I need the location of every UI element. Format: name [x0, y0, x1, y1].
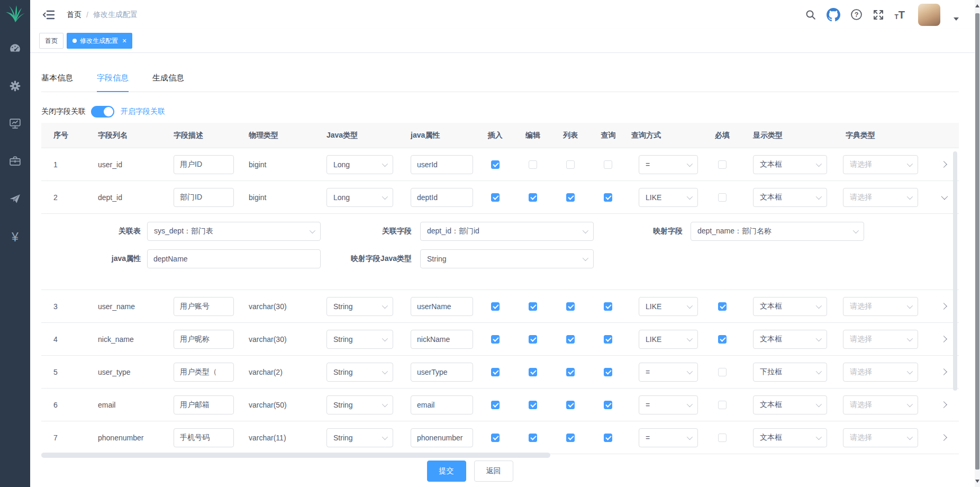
display-type-select-row6[interactable]: 文本框 — [753, 395, 827, 414]
dict-type-select-row2[interactable]: 请选择 — [843, 188, 918, 207]
column-desc-input-row5[interactable] — [174, 363, 234, 382]
edit-checkbox-row3[interactable] — [529, 302, 537, 311]
java-type-select-row1[interactable]: Long — [326, 155, 393, 174]
fullscreen-icon[interactable] — [873, 7, 884, 23]
list-checkbox-row5[interactable] — [566, 368, 575, 376]
display-type-select-row7[interactable]: 文本框 — [753, 428, 827, 447]
scrollbar-down-arrow[interactable] — [975, 480, 979, 483]
java-type-select-row7[interactable]: String — [326, 428, 393, 447]
column-desc-input-row1[interactable] — [174, 155, 234, 174]
java-field-input-row5[interactable] — [411, 363, 473, 382]
table-vertical-scrollbar-thumb[interactable] — [953, 151, 957, 391]
tab-1[interactable]: 基本信息 — [41, 73, 73, 92]
java-type-select-row6[interactable]: String — [326, 395, 393, 414]
row-expand-toggle-row1[interactable] — [940, 161, 947, 168]
sidebar-item-6[interactable]: ¥ — [2, 224, 29, 250]
app-logo[interactable] — [0, 0, 30, 29]
java-type-select-row2[interactable]: Long — [326, 188, 393, 207]
mapped-java-type-select[interactable]: String — [420, 249, 594, 268]
display-type-select-row1[interactable]: 文本框 — [753, 155, 827, 174]
related-field-select[interactable]: dept_id：部门id — [420, 222, 594, 241]
query-type-select-row2[interactable]: LIKE — [639, 188, 698, 207]
java-field-input-row4[interactable] — [411, 330, 473, 349]
mapped-java-field-input[interactable] — [147, 249, 321, 268]
row-expand-toggle-row5[interactable] — [940, 368, 947, 375]
java-type-select-row3[interactable]: String — [326, 297, 393, 316]
query-type-select-row4[interactable]: LIKE — [639, 330, 698, 349]
breadcrumb-home[interactable]: 首页 — [67, 10, 81, 20]
query-type-select-row3[interactable]: LIKE — [639, 297, 698, 316]
font-size-icon[interactable]: TT — [894, 7, 905, 23]
tab-2[interactable]: 字段信息 — [97, 73, 129, 92]
java-type-select-row5[interactable]: String — [326, 363, 393, 382]
query-checkbox-row6[interactable] — [604, 401, 612, 409]
row-expand-toggle-row2[interactable] — [941, 193, 948, 200]
query-type-select-row7[interactable]: = — [639, 428, 698, 447]
column-desc-input-row2[interactable] — [174, 188, 234, 207]
help-icon[interactable]: ? — [850, 7, 863, 23]
insert-checkbox-row6[interactable] — [491, 401, 500, 409]
tab-tag-2[interactable]: 修改生成配置× — [67, 33, 132, 49]
dict-type-select-row1[interactable]: 请选择 — [843, 155, 918, 174]
dict-type-select-row3[interactable]: 请选择 — [843, 297, 918, 316]
insert-checkbox-row1[interactable] — [491, 160, 500, 169]
edit-checkbox-row2[interactable] — [529, 193, 537, 202]
insert-checkbox-row5[interactable] — [491, 368, 500, 376]
search-icon[interactable] — [805, 7, 816, 23]
java-field-input-row1[interactable] — [411, 155, 473, 174]
submit-button[interactable]: 提交 — [427, 461, 466, 482]
sidebar-item-2[interactable] — [2, 74, 29, 100]
dict-type-select-row7[interactable]: 请选择 — [843, 428, 918, 447]
insert-checkbox-row4[interactable] — [491, 335, 500, 344]
display-type-select-row2[interactable]: 文本框 — [753, 188, 827, 207]
column-desc-input-row4[interactable] — [174, 330, 234, 349]
field-association-switch[interactable] — [91, 106, 114, 118]
required-checkbox-row7[interactable] — [718, 434, 727, 442]
query-checkbox-row4[interactable] — [604, 335, 612, 344]
java-field-input-row2[interactable] — [411, 188, 473, 207]
list-checkbox-row3[interactable] — [566, 302, 575, 311]
column-desc-input-row3[interactable] — [174, 297, 234, 316]
java-field-input-row3[interactable] — [411, 297, 473, 316]
query-type-select-row5[interactable]: = — [639, 363, 698, 382]
column-desc-input-row6[interactable] — [174, 395, 234, 414]
display-type-select-row5[interactable]: 下拉框 — [753, 363, 827, 382]
row-expand-toggle-row3[interactable] — [940, 303, 947, 310]
query-type-select-row6[interactable]: = — [639, 395, 698, 414]
dict-type-select-row5[interactable]: 请选择 — [843, 363, 918, 382]
required-checkbox-row5[interactable] — [718, 368, 727, 376]
query-checkbox-row3[interactable] — [604, 302, 612, 311]
user-menu-caret-icon[interactable] — [954, 17, 959, 21]
java-field-input-row7[interactable] — [411, 428, 473, 447]
edit-checkbox-row6[interactable] — [529, 401, 537, 409]
edit-checkbox-row1[interactable] — [529, 160, 537, 169]
scrollbar-thumb[interactable] — [975, 13, 979, 470]
insert-checkbox-row3[interactable] — [491, 302, 500, 311]
sidebar-item-3[interactable] — [2, 111, 29, 138]
list-checkbox-row1[interactable] — [566, 160, 575, 169]
list-checkbox-row2[interactable] — [566, 193, 575, 202]
tab-tag-1[interactable]: 首页 — [39, 33, 63, 49]
display-type-select-row3[interactable]: 文本框 — [753, 297, 827, 316]
required-checkbox-row6[interactable] — [718, 401, 727, 409]
dict-type-select-row6[interactable]: 请选择 — [843, 395, 918, 414]
sidebar-item-4[interactable] — [2, 149, 29, 175]
collapse-menu-icon[interactable] — [38, 6, 59, 24]
row-expand-toggle-row4[interactable] — [940, 336, 947, 342]
edit-checkbox-row4[interactable] — [529, 335, 537, 344]
related-table-select[interactable]: sys_dept：部门表 — [147, 222, 321, 241]
edit-checkbox-row7[interactable] — [529, 434, 537, 442]
table-horizontal-scrollbar-thumb[interactable] — [41, 453, 550, 458]
edit-checkbox-row5[interactable] — [529, 368, 537, 376]
sidebar-item-1[interactable] — [2, 36, 29, 62]
required-checkbox-row4[interactable] — [718, 335, 727, 344]
row-expand-toggle-row6[interactable] — [940, 401, 947, 408]
insert-checkbox-row7[interactable] — [491, 434, 500, 442]
list-checkbox-row4[interactable] — [566, 335, 575, 344]
list-checkbox-row6[interactable] — [566, 401, 575, 409]
java-field-input-row6[interactable] — [411, 395, 473, 414]
sidebar-item-5[interactable] — [2, 186, 29, 213]
java-type-select-row4[interactable]: String — [326, 330, 393, 349]
query-checkbox-row7[interactable] — [604, 434, 612, 442]
required-checkbox-row2[interactable] — [718, 193, 727, 202]
